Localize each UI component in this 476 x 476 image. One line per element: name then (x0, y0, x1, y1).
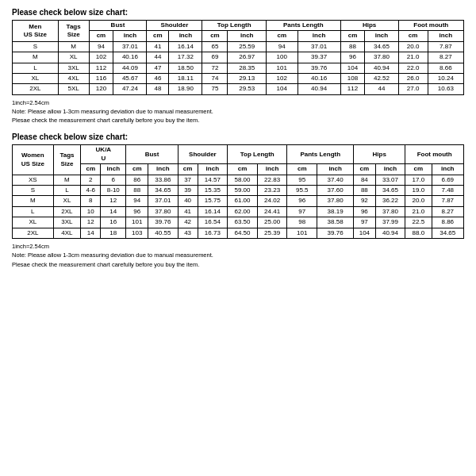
foot-cm: 21.0 (405, 206, 432, 217)
top-cm: 65 (202, 41, 228, 52)
men-tags-header: TagsSize (58, 21, 89, 42)
shoulder-inch: 16.73 (198, 228, 228, 238)
pants-inch: 40.16 (298, 73, 340, 83)
pants-cm: 98 (287, 217, 317, 228)
foot-cm: 20.0 (398, 41, 428, 52)
men-pants-cm: cm (267, 31, 298, 41)
shoulder-inch: 15.75 (198, 196, 228, 206)
uk-a: 4-6 (81, 186, 101, 196)
foot-inch: 34.65 (432, 228, 464, 238)
foot-cm: 26.0 (398, 73, 428, 83)
pants-inch: 39.37 (298, 52, 340, 63)
top-inch: 29.13 (228, 73, 267, 83)
tags: XL (58, 52, 89, 63)
hips-cm: 104 (340, 63, 365, 73)
men-shoulder-inch: inch (169, 31, 202, 41)
shoulder-cm: 41 (178, 206, 198, 217)
bust-inch: 37.80 (148, 206, 178, 217)
women-shoulder-header: Shoulder (178, 145, 228, 164)
pants-cm: 101 (287, 228, 317, 238)
uk-b: 16 (101, 217, 126, 228)
men-top-cm: cm (202, 31, 228, 41)
shoulder-cm: 43 (178, 228, 198, 238)
men-foot-cm: cm (398, 31, 428, 41)
men-shoulder-cm: cm (147, 31, 169, 41)
men-hips-header: Hips (340, 21, 398, 31)
uk-a: 8 (81, 196, 101, 206)
foot-inch: 8.86 (432, 217, 464, 228)
top-inch: 26.97 (228, 52, 267, 63)
us-size: 2XL (13, 228, 54, 238)
top-cm: 59.00 (228, 186, 258, 196)
foot-inch: 6.69 (432, 175, 464, 185)
men-top-length-header: Top Length (202, 21, 267, 31)
women-foot-cm: cm (405, 164, 432, 175)
foot-inch: 10.24 (428, 73, 463, 83)
hips-inch: 37.80 (365, 52, 398, 63)
note-line: Note: Please allow 1-3cm measuring devia… (12, 107, 464, 116)
bust-inch: 45.67 (113, 73, 147, 83)
women-hips-header: Hips (354, 145, 405, 164)
pants-inch: 40.94 (298, 84, 340, 94)
hips-cm: 88 (340, 41, 365, 52)
top-cm: 62.00 (228, 206, 258, 217)
hips-cm: 104 (354, 228, 376, 238)
foot-cm: 20.0 (405, 196, 432, 206)
uk-b: 14 (101, 206, 126, 217)
hips-inch: 42.52 (365, 73, 398, 83)
pants-cm: 100 (267, 52, 298, 63)
hips-inch: 34.65 (365, 41, 398, 52)
top-inch: 25.39 (257, 228, 287, 238)
hips-inch: 40.94 (375, 228, 405, 238)
note-line: 1inch=2.54cm (12, 242, 464, 251)
bust-cm: 112 (89, 63, 113, 73)
uk-b: 18 (101, 228, 126, 238)
tags: M (53, 175, 81, 185)
bust-cm: 103 (126, 228, 148, 238)
women-uk-inch: inch (101, 164, 126, 175)
bust-inch: 39.76 (148, 217, 178, 228)
men-size-table: MenUS Size TagsSize Bust Shoulder Top Le… (12, 20, 464, 95)
top-cm: 61.00 (228, 196, 258, 206)
hips-cm: 112 (340, 84, 365, 94)
foot-inch: 8.27 (428, 52, 463, 63)
pants-cm: 94 (267, 41, 298, 52)
women-pants-cm: cm (287, 164, 317, 175)
women-shoulder-inch: inch (198, 164, 228, 175)
top-inch: 29.53 (228, 84, 267, 94)
men-hips-cm: cm (340, 31, 365, 41)
women-bust-header: Bust (126, 145, 178, 164)
hips-cm: 97 (354, 217, 376, 228)
table-row: S M 94 37.01 41 16.14 65 25.59 94 37.01 … (13, 41, 464, 52)
hips-cm: 88 (354, 186, 376, 196)
pants-inch: 37.80 (317, 196, 354, 206)
shoulder-inch: 18.50 (169, 63, 202, 73)
bust-inch: 44.09 (113, 63, 147, 73)
uk-a: 12 (81, 217, 101, 228)
men-notes: 1inch=2.54cmNote: Please allow 1-3cm mea… (12, 98, 464, 125)
us-size: 2XL (13, 84, 59, 94)
women-tags-header: TagsSize (53, 145, 81, 175)
top-cm: 63.50 (228, 217, 258, 228)
us-size: XL (13, 217, 54, 228)
uk-b: 6 (101, 175, 126, 185)
women-hips-inch: inch (375, 164, 405, 175)
foot-cm: 19.0 (405, 186, 432, 196)
foot-inch: 8.27 (432, 206, 464, 217)
top-inch: 25.59 (228, 41, 267, 52)
table-row: 2XL 5XL 120 47.24 48 18.90 75 29.53 104 … (13, 84, 464, 94)
top-cm: 74 (202, 73, 228, 83)
women-top-inch: inch (257, 164, 287, 175)
shoulder-inch: 16.54 (198, 217, 228, 228)
bust-cm: 88 (126, 186, 148, 196)
uk-a: 2 (81, 175, 101, 185)
us-size: XL (13, 73, 59, 83)
women-section-title: Please check below size chart: (12, 132, 464, 141)
foot-inch: 7.48 (432, 186, 464, 196)
men-shoulder-header: Shoulder (147, 21, 202, 31)
pants-inch: 38.58 (317, 217, 354, 228)
women-bust-inch: inch (148, 164, 178, 175)
men-top-inch: inch (228, 31, 267, 41)
us-size: M (13, 196, 54, 206)
pants-inch: 37.60 (317, 186, 354, 196)
